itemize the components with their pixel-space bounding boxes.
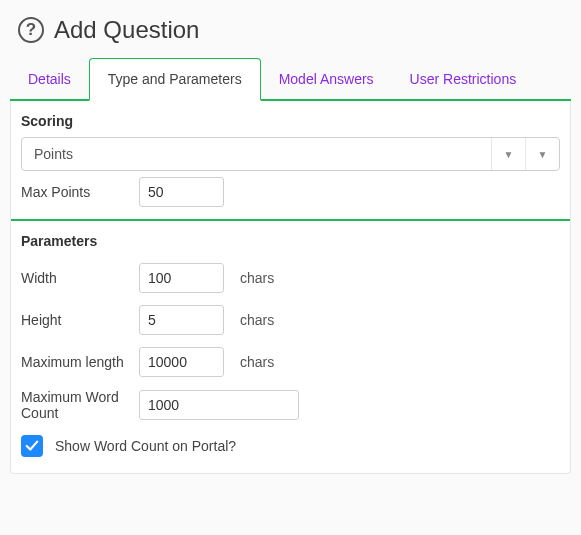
tab-details[interactable]: Details xyxy=(10,58,89,99)
scoring-type-value: Points xyxy=(34,146,73,162)
max-points-input[interactable] xyxy=(139,177,224,207)
max-length-input[interactable] xyxy=(139,347,224,377)
max-length-unit: chars xyxy=(240,354,274,370)
parameters-section-title: Parameters xyxy=(11,221,570,257)
page-title: Add Question xyxy=(54,16,199,44)
page-header: ? Add Question xyxy=(10,12,571,58)
max-word-count-label: Maximum Word Count xyxy=(21,389,131,421)
width-unit: chars xyxy=(240,270,274,286)
width-label: Width xyxy=(21,270,131,286)
height-unit: chars xyxy=(240,312,274,328)
max-word-count-input[interactable] xyxy=(139,390,299,420)
chevron-down-icon: ▼ xyxy=(491,138,525,170)
max-points-label: Max Points xyxy=(21,184,131,200)
scoring-section-title: Scoring xyxy=(11,101,570,137)
tab-type-parameters[interactable]: Type and Parameters xyxy=(89,58,261,101)
tab-user-restrictions[interactable]: User Restrictions xyxy=(392,58,535,99)
tab-model-answers[interactable]: Model Answers xyxy=(261,58,392,99)
height-input[interactable] xyxy=(139,305,224,335)
show-word-count-checkbox[interactable] xyxy=(21,435,43,457)
scoring-type-select[interactable]: Points ▼ ▼ xyxy=(21,137,560,171)
tabs-bar: Details Type and Parameters Model Answer… xyxy=(10,58,571,101)
check-icon xyxy=(25,439,39,453)
width-input[interactable] xyxy=(139,263,224,293)
max-length-label: Maximum length xyxy=(21,354,131,370)
help-icon[interactable]: ? xyxy=(18,17,44,43)
height-label: Height xyxy=(21,312,131,328)
panel-body: Scoring Points ▼ ▼ Max Points Parameters… xyxy=(10,101,571,474)
chevron-down-icon: ▼ xyxy=(525,138,559,170)
show-word-count-label: Show Word Count on Portal? xyxy=(55,438,236,454)
